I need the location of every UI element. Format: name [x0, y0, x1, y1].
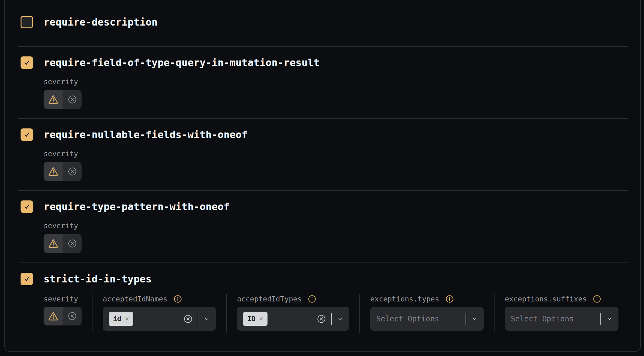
- multiselect-exceptions-suffixes[interactable]: Select Options: [505, 307, 618, 331]
- chevron-down-icon[interactable]: [336, 316, 344, 322]
- chevron-down-icon[interactable]: [471, 316, 478, 322]
- rule-checkbox-checked[interactable]: [21, 128, 33, 141]
- rule-title: strict-id-in-types: [44, 273, 152, 285]
- select-placeholder: Select Options: [376, 315, 439, 323]
- rule-row-require-type-pattern-with-oneof: require-type-pattern-with-oneof severity: [18, 190, 628, 262]
- x-icon[interactable]: ✕: [125, 315, 129, 322]
- select-divider: [600, 313, 601, 325]
- select-divider: [331, 313, 332, 325]
- rule-title: require-field-of-type-query-in-mutation-…: [44, 56, 320, 69]
- chevron-down-icon[interactable]: [606, 316, 613, 322]
- circle-x-clear-icon[interactable]: [184, 315, 192, 323]
- circle-x-clear-icon[interactable]: [317, 315, 326, 323]
- check-icon: [23, 275, 31, 283]
- severity-toggle: [44, 90, 82, 109]
- rule-row-require-field-of-type-query-in-mutation-result: require-field-of-type-query-in-mutation-…: [18, 46, 628, 118]
- multiselect-acceptedIdTypes[interactable]: ID ✕: [237, 307, 349, 331]
- circle-x-icon: [68, 239, 77, 248]
- selected-chip[interactable]: ID ✕: [243, 312, 268, 326]
- severity-label: severity: [44, 78, 628, 85]
- rule-title: require-nullable-fields-with-oneof: [44, 128, 248, 141]
- severity-off-button[interactable]: [63, 162, 82, 181]
- multiselect-acceptedIdNames[interactable]: id ✕: [103, 307, 216, 331]
- rule-checkbox-checked[interactable]: [21, 56, 33, 69]
- check-icon: [23, 59, 31, 66]
- rule-checkbox-checked[interactable]: [21, 200, 33, 213]
- severity-label: severity: [44, 150, 628, 157]
- severity-warn-button[interactable]: [44, 307, 63, 325]
- info-icon[interactable]: [174, 295, 182, 303]
- x-icon[interactable]: ✕: [259, 315, 263, 322]
- field-label: exceptions.types: [370, 295, 439, 303]
- option-column-severity: severity: [44, 294, 92, 333]
- select-divider: [198, 313, 198, 325]
- rule-checkbox-unchecked[interactable]: [21, 16, 33, 28]
- info-icon[interactable]: [593, 295, 601, 303]
- rule-title: require-description: [44, 16, 158, 28]
- rule-title: require-type-pattern-with-oneof: [44, 200, 230, 213]
- field-label: acceptedIdNames: [103, 295, 168, 303]
- select-divider: [466, 313, 466, 325]
- field-label: exceptions.suffixes: [505, 295, 587, 303]
- circle-x-icon: [68, 167, 77, 176]
- info-icon[interactable]: [308, 295, 316, 303]
- severity-toggle: [44, 234, 82, 253]
- warning-triangle-icon: [48, 311, 59, 321]
- severity-warn-button[interactable]: [44, 162, 63, 181]
- check-icon: [23, 131, 31, 138]
- rule-row-require-description: require-description: [18, 6, 628, 46]
- chip-label: ID: [247, 315, 256, 323]
- option-column-acceptedIdTypes: acceptedIdTypes ID ✕: [237, 294, 360, 333]
- chip-label: id: [113, 315, 121, 323]
- option-column-acceptedIdNames: acceptedIdNames id ✕: [103, 294, 227, 333]
- severity-off-button[interactable]: [63, 90, 82, 109]
- rules-panel: require-description require-field-of-typ…: [4, 0, 641, 352]
- severity-toggle: [44, 307, 82, 325]
- info-icon[interactable]: [446, 295, 454, 303]
- field-label: acceptedIdTypes: [237, 295, 302, 303]
- severity-warn-button[interactable]: [44, 234, 63, 253]
- selected-chip[interactable]: id ✕: [109, 312, 133, 326]
- severity-label: severity: [44, 295, 78, 303]
- option-column-exceptions-suffixes: exceptions.suffixes Select Options: [505, 294, 618, 333]
- check-icon: [23, 203, 31, 210]
- severity-toggle: [44, 162, 82, 181]
- multiselect-exceptions-types[interactable]: Select Options: [370, 307, 484, 331]
- chevron-down-icon[interactable]: [203, 316, 211, 322]
- severity-off-button[interactable]: [63, 307, 82, 325]
- select-placeholder: Select Options: [511, 315, 574, 323]
- warning-triangle-icon: [48, 94, 59, 105]
- rule-checkbox-checked[interactable]: [21, 273, 33, 285]
- warning-triangle-icon: [48, 238, 59, 249]
- option-column-exceptions-types: exceptions.types Select Options: [370, 294, 495, 333]
- circle-x-icon: [68, 95, 77, 104]
- severity-warn-button[interactable]: [44, 90, 63, 109]
- rule-row-strict-id-in-types: strict-id-in-types severity: [18, 262, 628, 349]
- circle-x-icon: [68, 312, 77, 320]
- rule-row-require-nullable-fields-with-oneof: require-nullable-fields-with-oneof sever…: [18, 118, 628, 190]
- warning-triangle-icon: [48, 166, 59, 177]
- severity-off-button[interactable]: [63, 234, 82, 253]
- severity-label: severity: [44, 222, 628, 229]
